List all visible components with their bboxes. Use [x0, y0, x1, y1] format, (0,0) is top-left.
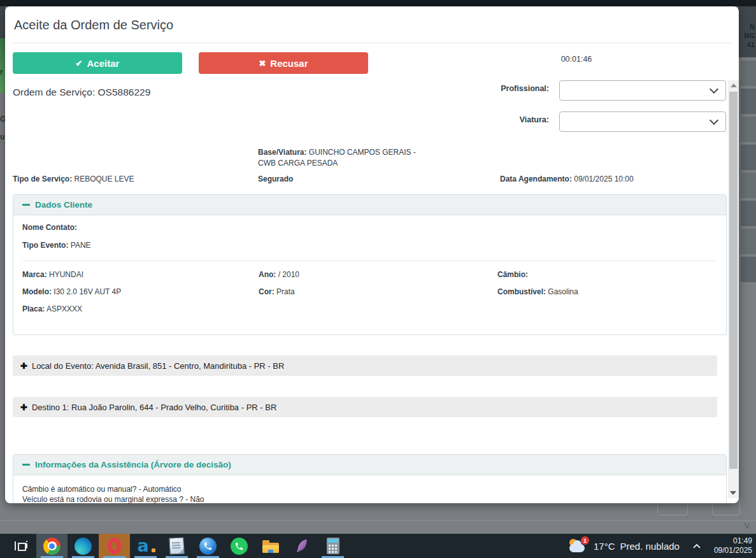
a-app-dot — [152, 548, 155, 552]
notification-badge: 1 — [581, 536, 589, 545]
year-field: Ano: / 2010 — [259, 270, 299, 279]
background-text-fragment: Gr — [0, 115, 5, 124]
vehicle-select[interactable] — [559, 111, 726, 132]
background-text-fragment: RG — [745, 32, 755, 40]
plate-value: ASPXXXX — [46, 304, 82, 313]
background-text-fragment: u — [0, 132, 5, 141]
refuse-button-label: Recusar — [270, 58, 308, 69]
color-field: Cor: Prata — [259, 287, 295, 296]
event-type-label: Tipo Evento: — [22, 241, 68, 250]
taskbar-dialer[interactable] — [192, 534, 224, 558]
year-value: / 2010 — [278, 270, 299, 279]
modal-title: Aceite da Ordem de Serviço — [14, 18, 173, 32]
insured-label: Segurado — [258, 175, 293, 183]
color-label: Cor: — [259, 287, 275, 296]
edge-icon — [75, 538, 92, 555]
cloud-icon — [569, 544, 585, 552]
phone-icon — [199, 538, 217, 555]
whatsapp-icon — [231, 538, 248, 555]
plate-label: Placa: — [22, 304, 45, 313]
brand-label: Marca: — [22, 270, 47, 279]
title-divider — [13, 43, 731, 43]
a-app-icon: a — [138, 536, 154, 555]
destination-text: Destino 1: Rua João Parolin, 644 - Prado… — [32, 403, 276, 412]
opera-icon — [108, 538, 121, 554]
taskbar-chrome[interactable] — [36, 534, 68, 558]
countdown-timer: 00:01:46 — [538, 55, 615, 64]
weather-condition-label: Pred. nublado — [620, 541, 680, 552]
check-icon: ✔ — [76, 59, 83, 68]
event-type-field: Tipo Evento: PANE — [22, 241, 91, 250]
background-text-fragment: r — [0, 68, 5, 76]
taskbar-a-app[interactable]: a — [130, 534, 161, 558]
collapse-minus-icon — [22, 464, 30, 466]
professional-select[interactable] — [559, 80, 726, 101]
taskbar-app-icons: a — [5, 534, 348, 558]
fuel-label: Combustível: — [497, 287, 546, 296]
expand-plus-icon: ✚ — [20, 403, 27, 412]
taskbar-notepad[interactable] — [161, 534, 192, 558]
panel-divider — [22, 261, 717, 261]
tray-time: 01:49 — [714, 536, 752, 546]
gearbox-label: Câmbio: — [497, 270, 528, 279]
base-vehicle-field: Base/Viatura: GUINCHO CAMPOS GERAIS - CW… — [258, 147, 422, 169]
contact-name-label: Nome Contato: — [22, 223, 77, 232]
background-text-fragment: N — [750, 23, 755, 31]
task-view-button[interactable] — [5, 534, 36, 558]
assistance-line: Veículo está na rodovia ou marginal expr… — [22, 494, 204, 503]
taskbar-whatsapp[interactable] — [224, 534, 255, 558]
scroll-down-icon[interactable] — [730, 491, 736, 495]
fuel-field: Combustível: Gasolina — [497, 287, 578, 296]
taskbar: a — [0, 534, 756, 558]
weather-widget[interactable]: 1 17°C Pred. nublado — [568, 538, 680, 554]
service-type-field: Tipo de Serviço: REBOQUE LEVE — [13, 175, 134, 183]
year-label: Ano: — [259, 270, 276, 279]
model-label: Modelo: — [22, 287, 52, 296]
chevron-down-icon — [710, 116, 718, 125]
background-top-strip — [0, 0, 756, 6]
feather-icon — [293, 537, 310, 554]
client-panel-header[interactable]: Dados Cliente — [13, 195, 726, 215]
gearbox-field: Câmbio: — [497, 270, 528, 279]
modal-scrollbar[interactable] — [728, 80, 739, 498]
background-text-fragment: 41 — [747, 41, 755, 49]
scroll-up-icon[interactable] — [731, 83, 737, 87]
background-left-fragment — [0, 6, 5, 38]
background-divider — [0, 520, 756, 521]
tray-date: 09/01/2025 — [714, 546, 752, 555]
scrollbar-thumb[interactable] — [729, 92, 738, 469]
client-data-panel: Dados Cliente Nome Contato: Tipo Evento:… — [13, 194, 727, 335]
color-value: Prata — [276, 287, 295, 296]
service-type-label: Tipo de Serviço: — [13, 175, 72, 183]
clock-widget[interactable]: 01:49 09/01/2025 — [714, 536, 752, 555]
client-panel-title: Dados Cliente — [35, 200, 92, 210]
tray-overflow-button[interactable] — [692, 543, 701, 549]
event-location-bar[interactable]: ✚ Local do Evento: Avenida Brasil, 851 -… — [13, 355, 717, 376]
professional-label: Profissional: — [414, 84, 549, 93]
calculator-icon — [327, 538, 339, 554]
schedule-value: 09/01/2025 10:00 — [574, 175, 633, 183]
schedule-field: Data Agendamento: 09/01/2025 10:00 — [500, 175, 634, 183]
assistance-panel-header[interactable]: Informações da Assistência (Árvore de de… — [13, 455, 726, 475]
event-type-value: PANE — [71, 241, 91, 250]
version-label: V. — [745, 522, 751, 531]
notepad-icon — [169, 537, 184, 554]
weather-icon: 1 — [568, 538, 588, 554]
refuse-button[interactable]: ✖ Recusar — [199, 52, 368, 74]
taskbar-edge[interactable] — [68, 534, 99, 558]
cross-icon: ✖ — [259, 59, 266, 68]
plate-field: Placa: ASPXXXX — [22, 304, 82, 313]
taskbar-file-explorer[interactable] — [255, 534, 286, 558]
taskbar-opera[interactable] — [99, 534, 130, 558]
service-order-number: Ordem de Serviço: OS5886229 — [13, 87, 150, 98]
taskbar-feather-app[interactable] — [286, 534, 317, 558]
accept-button[interactable]: ✔ Aceitar — [13, 52, 182, 74]
taskbar-calculator[interactable] — [317, 534, 348, 558]
background-right-fragment: N RG 41 — [738, 6, 756, 57]
a-app-glyph: a — [138, 536, 149, 555]
destination-bar[interactable]: ✚ Destino 1: Rua João Parolin, 644 - Pra… — [13, 397, 717, 417]
chevron-up-icon — [692, 543, 701, 549]
assistance-line: Câmbio é automático ou manual? - Automát… — [22, 484, 181, 494]
expand-plus-icon: ✚ — [20, 361, 27, 371]
schedule-label: Data Agendamento: — [500, 175, 572, 183]
